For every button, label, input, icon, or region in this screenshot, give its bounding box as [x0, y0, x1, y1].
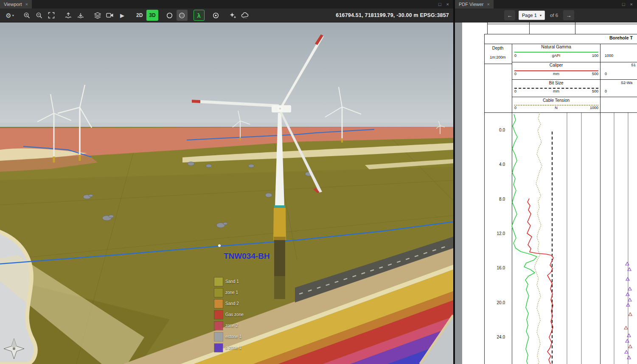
- track-name: Caliper: [512, 63, 600, 67]
- viewport-tabbar: Viewport × □ ×: [0, 0, 453, 8]
- mode-2d-button[interactable]: 2D: [134, 10, 145, 21]
- sample-triangle-marker: [629, 345, 632, 348]
- legend-swatch: [214, 344, 223, 352]
- camera-button[interactable]: [104, 10, 115, 21]
- zoom-out-icon: [36, 12, 43, 19]
- sample-triangle-marker: [626, 262, 629, 265]
- video-camera-icon: [106, 12, 114, 18]
- gear-icon: ⚙: [6, 12, 11, 19]
- table-border-line: [484, 64, 512, 64]
- side-track-value: 0: [605, 89, 607, 93]
- legend-item[interactable]: zone 2: [214, 321, 244, 330]
- borehole-log-chart: [484, 112, 637, 364]
- legend-label: Sand 2: [225, 301, 239, 306]
- legend-item[interactable]: d zone 1: [214, 343, 244, 352]
- pdf-tabbar: PDF Viewer × □ ×: [455, 0, 637, 8]
- close-window-icon[interactable]: ×: [446, 2, 449, 7]
- orbit-sphere-button[interactable]: [164, 10, 175, 21]
- table-border-line: [512, 79, 637, 80]
- track-name: Bit Size: [512, 81, 600, 85]
- track-sample-caliper: [514, 70, 598, 71]
- track-name: Natural Gamma: [512, 45, 600, 49]
- settings-gear-button[interactable]: ⚙ ▾: [4, 10, 15, 21]
- zoom-in-button[interactable]: [21, 10, 32, 21]
- pdf-scroll-area[interactable]: Borehole T Depth 1m:200m Natural Gamma 0…: [455, 22, 637, 364]
- tab-viewport-close-icon[interactable]: ×: [25, 2, 28, 7]
- track-max: 100: [570, 53, 598, 58]
- target-sphere-button[interactable]: [210, 10, 222, 21]
- track-sample-bit-size: [514, 88, 598, 89]
- pdf-viewer-panel: PDF Viewer × □ × ← Page 1 ▾ of 6 →: [455, 0, 637, 364]
- table-border-line: [484, 34, 637, 34]
- zoom-out-button[interactable]: [34, 10, 45, 21]
- page-count-label: of 6: [550, 13, 558, 18]
- sample-triangle-marker: [626, 293, 629, 296]
- circle-icon: [166, 12, 173, 19]
- cloud-icon: [241, 12, 249, 19]
- legend-swatch: [214, 333, 223, 341]
- sample-triangle-marker: [627, 334, 631, 337]
- legend-item[interactable]: estone 1: [214, 332, 244, 341]
- borehole-label[interactable]: TNW034-BH: [224, 252, 270, 261]
- legend-item[interactable]: Gas zone: [214, 310, 244, 319]
- legend-label: d zone 1: [225, 345, 241, 350]
- legend-label: estone 1: [225, 334, 241, 339]
- track-max: 500: [570, 72, 598, 76]
- legend-item[interactable]: zone 1: [214, 288, 244, 297]
- pdf-page: Borehole T Depth 1m:200m Natural Gamma 0…: [462, 22, 637, 364]
- table-border-line: [487, 22, 488, 34]
- scene-3d[interactable]: TNW034-BH Sand 1zone 1Sand 2Gas zonezone…: [0, 22, 453, 364]
- sample-triangle-marker: [626, 339, 629, 342]
- effects-button[interactable]: [227, 10, 239, 21]
- legend-item[interactable]: Sand 1: [214, 277, 244, 286]
- pdf-toolbar: ← Page 1 ▾ of 6 →: [455, 8, 637, 22]
- sample-triangle-marker: [628, 298, 631, 301]
- weather-button[interactable]: [240, 10, 251, 21]
- log-curve: [512, 114, 537, 364]
- compass-rose-icon[interactable]: [3, 337, 25, 360]
- water-level-lower-button[interactable]: [75, 10, 86, 21]
- mode-3d-button[interactable]: 3D: [146, 10, 158, 21]
- layers-icon: [94, 12, 101, 19]
- lambda-log-button[interactable]: λ: [194, 10, 205, 21]
- sample-triangle-marker: [624, 326, 628, 329]
- next-page-button[interactable]: →: [563, 10, 574, 20]
- restore-window-icon[interactable]: □: [622, 2, 625, 7]
- track-max: 1000: [570, 106, 598, 110]
- water-raise-icon: [65, 12, 72, 19]
- page-select-dropdown[interactable]: Page 1 ▾: [519, 11, 545, 20]
- viewport-window-controls: □ ×: [434, 0, 453, 8]
- restore-window-icon[interactable]: □: [438, 2, 441, 7]
- depth-header-label: Depth: [484, 46, 511, 50]
- circle-dot-icon: [212, 12, 219, 19]
- water-lower-icon: [77, 12, 84, 19]
- tab-pdf-viewer-label: PDF Viewer: [459, 2, 483, 7]
- legend-swatch: [214, 288, 223, 297]
- point-cloud-sphere-button[interactable]: [177, 10, 188, 21]
- play-icon: ▶: [120, 12, 124, 19]
- tab-pdf-viewer[interactable]: PDF Viewer ×: [455, 0, 494, 8]
- water-level-raise-button[interactable]: [63, 10, 74, 21]
- previous-page-button[interactable]: ←: [504, 10, 515, 20]
- sparkles-icon: [229, 12, 237, 19]
- sample-triangle-marker: [628, 287, 631, 290]
- legend-item[interactable]: Sand 2: [214, 299, 244, 308]
- track-max: 500: [570, 89, 598, 93]
- point-cloud-sphere-icon: [178, 12, 185, 19]
- zoom-fit-button[interactable]: [46, 10, 57, 21]
- close-window-icon[interactable]: ×: [630, 2, 633, 7]
- tab-pdf-viewer-close-icon[interactable]: ×: [487, 2, 489, 7]
- legend-label: zone 2: [225, 323, 238, 328]
- legend-label: Gas zone: [225, 312, 244, 317]
- arrow-right-icon: →: [566, 12, 572, 19]
- legend-swatch: [214, 322, 223, 330]
- side-track-name: S2-Wa: [621, 81, 632, 85]
- depth-scale-label: 1m:200m: [484, 55, 511, 59]
- log-curve: [534, 112, 542, 364]
- chevron-down-icon: ▾: [12, 14, 14, 17]
- tab-viewport[interactable]: Viewport ×: [0, 0, 32, 8]
- table-border-line: [512, 62, 637, 62]
- play-button[interactable]: ▶: [117, 10, 128, 21]
- viewport-toolbar: ⚙ ▾ ▶: [0, 8, 453, 22]
- layers-button[interactable]: [92, 10, 103, 21]
